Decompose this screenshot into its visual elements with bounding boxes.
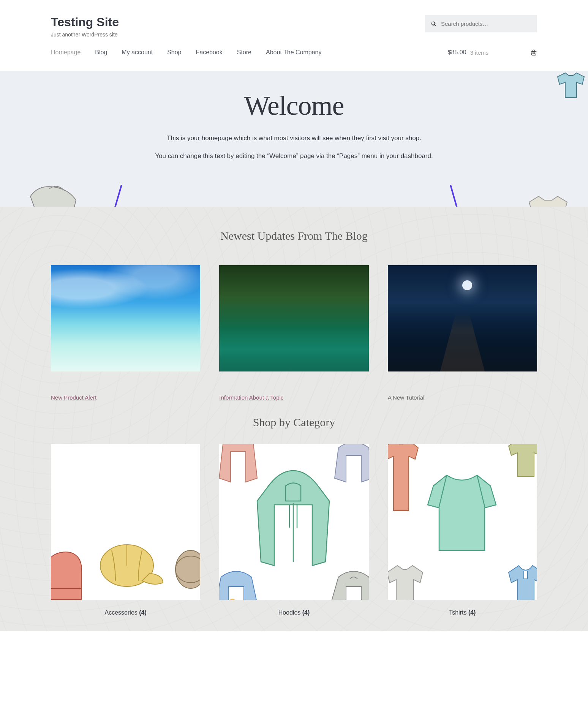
decoration-tshirt-icon (523, 193, 573, 207)
blog-heading: Newest Updates From The Blog (51, 229, 537, 242)
blog-post-card[interactable]: New Product Alert (51, 265, 200, 401)
blog-post-title[interactable]: New Product Alert (51, 394, 200, 401)
category-title: Tshirts (4) (388, 609, 537, 616)
category-title: Hoodies (4) (219, 609, 368, 616)
svg-line-2 (450, 185, 468, 207)
blog-section: Newest Updates From The Blog New Product… (0, 207, 588, 631)
blog-post-title[interactable]: A New Tutorial (388, 394, 537, 401)
blog-post-card[interactable]: Information About a Topic (219, 265, 368, 401)
category-thumbnail (219, 444, 368, 600)
cart-items-count: 3 items (470, 49, 488, 56)
nav-item-store[interactable]: Store (237, 49, 251, 56)
hero-text-1: This is your homepage which is what most… (51, 133, 537, 143)
search-box (425, 15, 537, 32)
blog-post-title[interactable]: Information About a Topic (219, 394, 368, 401)
primary-nav: Homepage Blog My account Shop Facebook S… (51, 49, 537, 63)
nav-item-about[interactable]: About The Company (266, 49, 321, 56)
category-title: Accessories (4) (51, 609, 200, 616)
blog-thumbnail (388, 265, 537, 371)
nav-item-my-account[interactable]: My account (122, 49, 153, 56)
category-card-accessories[interactable]: Accessories (4) (51, 444, 200, 616)
annotation-arrow-right (447, 185, 474, 207)
decoration-hoodie-icon (23, 181, 84, 207)
nav-item-blog[interactable]: Blog (95, 49, 107, 56)
blog-thumbnail (219, 265, 368, 371)
cart-link[interactable]: $85.00 3 items (448, 49, 537, 56)
hero-text-2: You can change this text by editing the … (51, 151, 537, 161)
shop-heading: Shop by Category (51, 416, 537, 429)
category-card-tshirts[interactable]: Tshirts (4) (388, 444, 537, 616)
basket-icon (530, 49, 537, 55)
search-icon (431, 21, 436, 27)
site-tagline: Just another WordPress site (51, 32, 119, 38)
cart-total: $85.00 (448, 49, 466, 56)
hero-section: Welcome This is your homepage which is w… (0, 71, 588, 207)
category-card-hoodies[interactable]: Hoodies (4) (219, 444, 368, 616)
hero-title: Welcome (51, 90, 537, 122)
nav-item-homepage[interactable]: Homepage (51, 49, 81, 56)
nav-item-facebook[interactable]: Facebook (196, 49, 223, 56)
category-thumbnail (51, 444, 200, 600)
svg-point-7 (229, 599, 236, 600)
blog-thumbnail (51, 265, 200, 371)
category-thumbnail (388, 444, 537, 600)
nav-item-shop[interactable]: Shop (167, 49, 181, 56)
annotation-arrow-left (99, 185, 125, 207)
decoration-tshirt-icon (554, 71, 588, 101)
search-input[interactable] (425, 15, 537, 32)
blog-post-card[interactable]: A New Tutorial (388, 265, 537, 401)
site-branding: Testing Site Just another WordPress site (51, 15, 119, 38)
svg-line-0 (103, 185, 122, 207)
site-title[interactable]: Testing Site (51, 15, 119, 29)
